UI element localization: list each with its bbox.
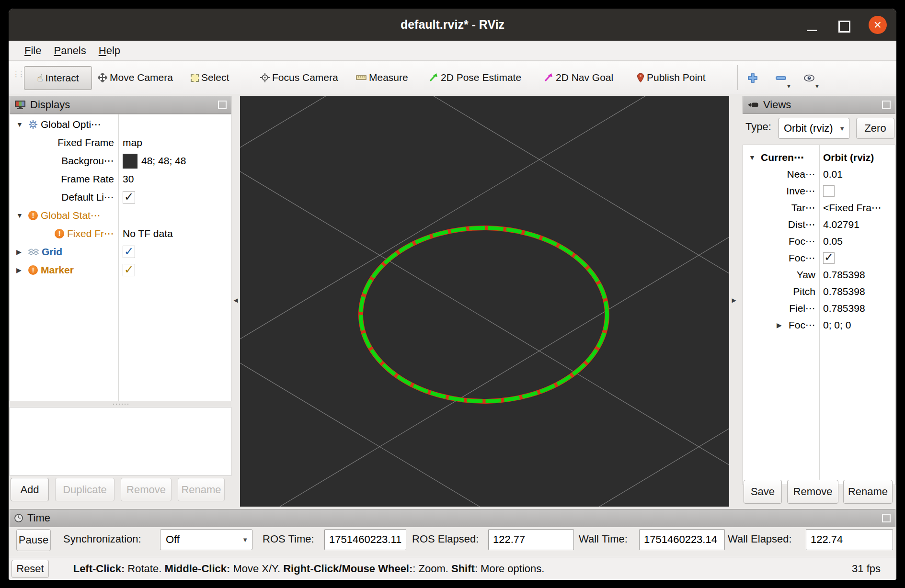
wall-time-input[interactable]: 1751460223.14 xyxy=(639,529,725,550)
wall-elapsed-label: Wall Elapsed: xyxy=(728,533,792,545)
tool-2d-pose-estimate[interactable]: 2D Pose Estimate xyxy=(429,66,521,89)
menubar: File Panels Help xyxy=(9,41,896,61)
expander-right-icon[interactable]: ▶ xyxy=(16,248,25,256)
column-divider[interactable] xyxy=(118,114,119,401)
tool-publish-point[interactable]: Publish Point xyxy=(637,66,706,89)
tree-row-fixed-frame[interactable]: Fixed Frame map xyxy=(10,134,231,152)
magenta-arrow-icon xyxy=(544,73,553,82)
checkbox[interactable] xyxy=(123,246,135,258)
tree-row-fixed-frame-status[interactable]: Fixed Fr⋯ No TF data xyxy=(10,225,231,243)
pause-button[interactable]: Pause xyxy=(16,529,51,551)
reset-button[interactable]: Reset xyxy=(11,560,49,578)
checkbox[interactable] xyxy=(823,252,835,264)
chevron-down-icon[interactable]: ▼ xyxy=(786,84,791,89)
rviz-window: default.rviz* - RViz × File Panels Help … xyxy=(9,9,896,580)
wall-elapsed-input[interactable]: 122.74 xyxy=(806,529,893,550)
rename-button[interactable]: Rename xyxy=(178,478,225,501)
tool-move-camera[interactable]: Move Camera xyxy=(98,66,173,89)
expander-right-icon[interactable]: ▶ xyxy=(16,266,25,274)
tool-2d-nav-goal[interactable]: 2D Nav Goal xyxy=(544,66,613,89)
add-tool-button[interactable] xyxy=(742,67,764,89)
color-swatch[interactable] xyxy=(123,154,137,169)
toolbar: ⋮⋮ ☝ Interact Move Camera Select Focus C… xyxy=(9,61,896,94)
duplicate-button[interactable]: Duplicate xyxy=(55,478,115,501)
tool-select[interactable]: Select xyxy=(191,66,229,89)
chevron-down-icon[interactable]: ▼ xyxy=(814,84,820,89)
tool-visibility-button[interactable]: ▼ xyxy=(798,67,820,89)
tree-row-default-light[interactable]: Default Li⋯ xyxy=(10,188,231,206)
plus-icon xyxy=(747,73,758,83)
tree-row-marker[interactable]: ▶ Marker xyxy=(10,261,231,279)
tool-focus-camera[interactable]: Focus Camera xyxy=(260,66,338,89)
expander-down-icon[interactable]: ▼ xyxy=(749,154,758,161)
tree-row-frame-rate[interactable]: Frame Rate 30 xyxy=(10,170,231,188)
tool-interact[interactable]: ☝ Interact xyxy=(24,66,92,90)
maximize-icon[interactable] xyxy=(838,21,850,33)
minimize-icon[interactable] xyxy=(807,30,817,31)
fixed-frame-value[interactable]: map xyxy=(123,137,142,148)
type-label: Type: xyxy=(745,121,771,133)
titlebar[interactable]: default.rviz* - RViz × xyxy=(9,9,896,41)
ros-elapsed-label: ROS Elapsed: xyxy=(412,533,479,545)
sync-dropdown[interactable]: Off ▼ xyxy=(160,529,252,550)
collapse-left-panel-icon[interactable]: ◀ xyxy=(232,297,240,304)
rename-view-button[interactable]: Rename xyxy=(843,480,893,504)
collapse-right-panel-icon[interactable]: ▶ xyxy=(730,297,738,304)
column-divider[interactable] xyxy=(819,145,820,485)
checkbox[interactable] xyxy=(123,191,135,204)
zero-button[interactable]: Zero xyxy=(856,118,894,139)
chevron-down-icon: ▼ xyxy=(839,125,845,132)
displays-panel-header[interactable]: Displays xyxy=(10,96,231,114)
expander-down-icon[interactable]: ▼ xyxy=(16,212,25,219)
background-color-value[interactable]: 48; 48; 48 xyxy=(141,155,186,167)
checkbox[interactable] xyxy=(123,264,135,276)
views-panel-header[interactable]: Views xyxy=(743,96,895,114)
panel-float-icon[interactable] xyxy=(882,514,891,522)
wall-time-label: Wall Time: xyxy=(579,533,628,545)
panel-float-icon[interactable] xyxy=(218,101,227,109)
camera-icon xyxy=(747,101,759,109)
add-button[interactable]: Add xyxy=(11,478,49,501)
gear-icon xyxy=(28,120,38,129)
view-type-dropdown[interactable]: Orbit (rviz) ▼ xyxy=(779,118,849,139)
render-viewport[interactable] xyxy=(240,96,729,507)
menu-file[interactable]: File xyxy=(18,45,47,57)
tool-measure[interactable]: Measure xyxy=(356,66,408,89)
ros-time-input[interactable]: 1751460223.11 xyxy=(324,529,406,550)
views-tree: ▼ Curren⋯ Orbit (rviz) Nea⋯ 0.01 Inve⋯ T… xyxy=(743,145,895,485)
checkbox[interactable] xyxy=(823,185,835,197)
remove-tool-button[interactable]: ▼ xyxy=(770,67,792,89)
frame-rate-value[interactable]: 30 xyxy=(123,173,134,185)
toolbar-drag-handle[interactable]: ⋮⋮ xyxy=(12,70,23,79)
expander-down-icon[interactable]: ▼ xyxy=(16,121,25,128)
menu-help[interactable]: Help xyxy=(92,45,126,57)
views-panel-title: Views xyxy=(763,99,791,111)
expander-right-icon[interactable]: ▶ xyxy=(777,321,786,329)
remove-button[interactable]: Remove xyxy=(121,478,172,501)
panel-float-icon[interactable] xyxy=(882,101,891,109)
green-arrow-icon xyxy=(429,73,438,82)
ros-elapsed-input[interactable]: 122.77 xyxy=(488,529,574,550)
tree-row-global-status[interactable]: ▼ Global Stat⋯ xyxy=(10,206,231,225)
grid-lines xyxy=(240,96,729,507)
close-icon[interactable]: × xyxy=(869,16,887,34)
splitter-handle[interactable] xyxy=(10,401,231,407)
view-type-row: Type: Orbit (rviz) ▼ Zero xyxy=(743,117,895,140)
sync-label: Synchronization: xyxy=(63,533,141,545)
displays-panel-title: Displays xyxy=(30,99,70,111)
remove-view-button[interactable]: Remove xyxy=(787,480,838,504)
displays-tree: ▼ Global Opti⋯ Fixed Frame map Backgrou⋯… xyxy=(10,114,231,401)
eye-icon xyxy=(803,74,815,82)
tree-row-grid[interactable]: ▶ Grid xyxy=(10,243,231,261)
warning-icon xyxy=(28,265,38,275)
menu-panels[interactable]: Panels xyxy=(47,45,92,57)
tree-row-background-color[interactable]: Backgrou⋯ 48; 48; 48 xyxy=(10,152,231,170)
time-panel-title: Time xyxy=(27,512,50,524)
save-view-button[interactable]: Save xyxy=(744,480,782,504)
minus-icon xyxy=(776,76,786,80)
monitor-icon xyxy=(14,100,26,110)
main-area: Displays ▼ Global Opti⋯ Fixed Frame map xyxy=(9,94,896,509)
time-panel-header[interactable]: Time xyxy=(10,509,895,527)
toolbar-separator xyxy=(737,65,738,90)
tree-row-global-options[interactable]: ▼ Global Opti⋯ xyxy=(10,115,231,134)
